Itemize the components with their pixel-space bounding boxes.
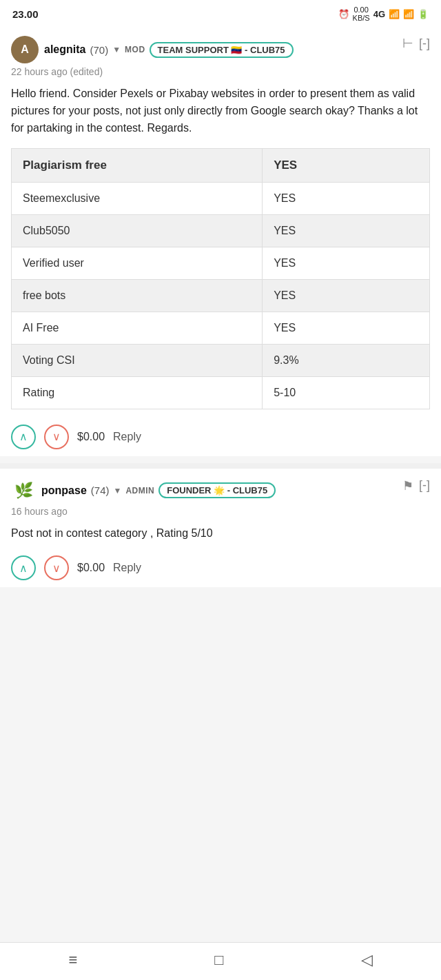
vote-down-btn-2[interactable]: ∨ <box>44 555 69 580</box>
avatar-ponpase: 🌿 <box>11 478 36 503</box>
header-actions-2: ⚑ [-] <box>402 478 430 493</box>
table-row: free botsYES <box>12 279 430 312</box>
table-cell-value: YES <box>263 148 430 182</box>
reply-btn-2[interactable]: Reply <box>113 562 141 574</box>
status-icons: ⏰ 0.00KB/S 4G 📶 📶 🔋 <box>338 6 429 22</box>
user-info-1: alegnita (70) ▼ MOD TEAM SUPPORT 🇻🇪 - CL… <box>44 42 294 58</box>
username-2[interactable]: ponpase <box>41 484 87 497</box>
dropdown-arrow-2[interactable]: ▼ <box>113 486 121 496</box>
timestamp-1: 22 hours ago (edited) <box>11 66 430 77</box>
table-cell-label: free bots <box>12 279 263 312</box>
username-1[interactable]: alegnita <box>44 43 85 56</box>
alarm-icon: ⏰ <box>338 9 349 19</box>
table-row: Rating5-10 <box>12 376 430 409</box>
comment-body-2: Post not in contest category , Rating 5/… <box>11 525 430 542</box>
menu-icon[interactable]: ≡ <box>68 951 77 969</box>
table-row: SteemexclusiveYES <box>12 182 430 214</box>
bottom-nav: ≡ □ ◁ <box>0 942 441 980</box>
dollar-amount-2: $0.00 <box>77 562 105 574</box>
info-table: Plagiarism freeYESSteemexclusiveYESClub5… <box>11 148 430 409</box>
table-row: AI FreeYES <box>12 312 430 344</box>
vote-down-icon-1: ∨ <box>52 430 61 443</box>
comment-footer-1: ∧ ∨ $0.00 Reply <box>11 422 430 449</box>
table-row: Voting CSI9.3% <box>12 344 430 376</box>
vote-down-icon-2: ∨ <box>52 562 61 575</box>
network-4g: 4G <box>373 9 385 19</box>
status-time: 23.00 <box>12 8 39 20</box>
status-bar: 23.00 ⏰ 0.00KB/S 4G 📶 📶 🔋 <box>0 0 441 26</box>
table-cell-label: Verified user <box>12 247 263 279</box>
back-icon[interactable]: ◁ <box>361 951 373 969</box>
table-cell-label: Club5050 <box>12 214 263 247</box>
flag-icon-1[interactable]: ⊢ <box>402 36 413 51</box>
signal-bars: 📶 <box>389 9 400 19</box>
dropdown-arrow-1[interactable]: ▼ <box>112 45 121 54</box>
table-cell-value: YES <box>263 182 430 214</box>
table-cell-label: AI Free <box>12 312 263 344</box>
table-cell-value: YES <box>263 247 430 279</box>
team-badge-1: TEAM SUPPORT 🇻🇪 - CLUB75 <box>150 42 294 58</box>
table-cell-value: YES <box>263 312 430 344</box>
header-actions-1: ⊢ [-] <box>402 36 430 51</box>
vote-up-btn-2[interactable]: ∧ <box>11 555 36 580</box>
comment-body-1: Hello friend. Consider Pexels or Pixabay… <box>11 85 430 136</box>
table-cell-label: Voting CSI <box>12 344 263 376</box>
table-cell-label: Plagiarism free <box>12 148 263 182</box>
signal-bars-2: 📶 <box>403 9 414 19</box>
data-speed: 0.00KB/S <box>353 6 370 22</box>
table-row: Verified userYES <box>12 247 430 279</box>
user-info-2: ponpase (74) ▼ ADMIN FOUNDER 🌟 - CLUB75 <box>41 482 276 498</box>
table-row: Plagiarism freeYES <box>12 148 430 182</box>
dollar-amount-1: $0.00 <box>77 431 105 443</box>
team-badge-2: FOUNDER 🌟 - CLUB75 <box>158 482 276 498</box>
vote-up-btn-1[interactable]: ∧ <box>11 425 36 449</box>
comment-card-2: 🌿 ponpase (74) ▼ ADMIN FOUNDER 🌟 - CLUB7… <box>0 469 441 588</box>
reply-btn-1[interactable]: Reply <box>113 431 141 443</box>
rep-2: (74) <box>91 484 110 496</box>
table-cell-value: 5-10 <box>263 376 430 409</box>
flag-icon-2[interactable]: ⚑ <box>402 478 413 493</box>
comment-card-1: A alegnita (70) ▼ MOD TEAM SUPPORT 🇻🇪 - … <box>0 26 441 456</box>
vote-up-icon-1: ∧ <box>19 430 28 443</box>
vote-up-icon-2: ∧ <box>19 562 28 575</box>
table-row: Club5050YES <box>12 214 430 247</box>
admin-badge-2: ADMIN <box>125 486 154 496</box>
battery-icon: 🔋 <box>418 9 429 19</box>
comment-footer-2: ∧ ∨ $0.00 Reply <box>11 553 430 580</box>
card-separator <box>0 463 441 469</box>
table-cell-value: 9.3% <box>263 344 430 376</box>
home-icon[interactable]: □ <box>214 951 223 969</box>
table-cell-label: Steemexclusive <box>12 182 263 214</box>
mod-badge-1: MOD <box>125 45 145 54</box>
table-cell-value: YES <box>263 279 430 312</box>
table-cell-value: YES <box>263 214 430 247</box>
vote-down-btn-1[interactable]: ∨ <box>44 425 69 449</box>
timestamp-2: 16 hours ago <box>11 506 430 517</box>
avatar-alegnita: A <box>11 36 39 63</box>
rep-1: (70) <box>90 44 108 56</box>
table-cell-label: Rating <box>12 376 263 409</box>
collapse-icon-1[interactable]: [-] <box>419 37 430 51</box>
collapse-icon-2[interactable]: [-] <box>419 478 430 493</box>
